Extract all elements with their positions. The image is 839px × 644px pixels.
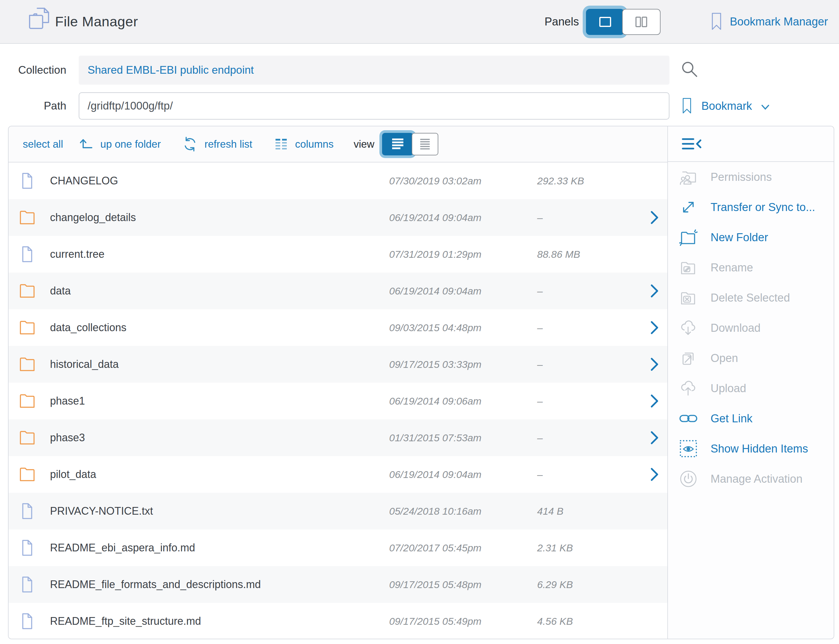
file-size: – xyxy=(537,359,641,370)
list-view-button[interactable] xyxy=(382,133,414,155)
table-row[interactable]: CHANGELOG 07/30/2019 03:02am 292.33 KB xyxy=(8,163,667,199)
list-view-icon xyxy=(389,137,406,151)
file-manager-logo-icon xyxy=(27,7,51,31)
sidebar-action-delete: Delete Selected xyxy=(668,283,834,313)
file-date-modified: 09/17/2015 03:33pm xyxy=(389,359,537,370)
file-icon xyxy=(19,577,39,593)
sidebar-action-label: Download xyxy=(711,322,760,334)
condensed-view-icon xyxy=(417,137,432,151)
single-panel-button[interactable] xyxy=(586,9,624,35)
list-toolbar: select all up one folder refresh list co… xyxy=(8,127,667,163)
file-name: pilot_data xyxy=(50,468,389,481)
chevron-right-icon[interactable] xyxy=(641,319,667,336)
panels-toggle xyxy=(586,9,660,35)
file-size: – xyxy=(537,432,641,444)
condensed-view-button[interactable] xyxy=(412,133,438,155)
table-row[interactable]: phase3 01/31/2015 07:53am – xyxy=(8,419,667,456)
table-row[interactable]: current.tree 07/31/2019 01:29pm 88.86 MB xyxy=(8,236,667,273)
upload-icon xyxy=(679,379,702,398)
download-icon xyxy=(679,319,702,337)
sidebar-action-new-folder[interactable]: New Folder xyxy=(668,222,834,253)
file-date-modified: 06/19/2014 09:04am xyxy=(389,285,537,297)
chevron-right-icon[interactable] xyxy=(641,209,667,226)
file-date-modified: 07/20/2017 05:45pm xyxy=(389,542,537,554)
sidebar-action-label: Upload xyxy=(711,382,746,395)
file-name: changelog_details xyxy=(50,211,389,224)
file-size: – xyxy=(537,285,641,297)
dual-panel-button[interactable] xyxy=(622,9,660,35)
chevron-right-icon[interactable] xyxy=(641,466,667,483)
actions-list: Permissions Transfer or Sync to... New F… xyxy=(668,162,834,494)
file-size: – xyxy=(537,212,641,223)
path-label: Path xyxy=(0,92,66,120)
table-row[interactable]: PRIVACY-NOTICE.txt 05/24/2018 10:16am 41… xyxy=(8,493,667,529)
sidebar-action-label: Get Link xyxy=(711,412,753,425)
file-icon xyxy=(19,503,39,519)
table-row[interactable]: historical_data 09/17/2015 03:33pm – xyxy=(8,346,667,383)
permissions-icon xyxy=(679,168,702,186)
chevron-down-icon xyxy=(761,104,770,110)
columns-icon xyxy=(274,136,289,152)
up-one-folder-button[interactable]: up one folder xyxy=(79,127,161,162)
table-row[interactable]: data_collections 09/03/2015 04:48pm – xyxy=(8,309,667,346)
file-date-modified: 07/31/2019 01:29pm xyxy=(389,249,537,260)
sidebar-action-upload: Upload xyxy=(668,373,834,403)
rename-icon xyxy=(679,258,702,277)
file-name: PRIVACY-NOTICE.txt xyxy=(50,505,389,518)
file-size: – xyxy=(537,322,641,334)
folder-icon xyxy=(19,393,39,409)
collapse-sidebar-icon[interactable] xyxy=(680,135,703,153)
file-date-modified: 07/30/2019 03:02am xyxy=(389,175,537,187)
file-name: README_file_formats_and_descriptions.md xyxy=(50,578,389,591)
table-row[interactable]: pilot_data 06/19/2014 09:04am – xyxy=(8,456,667,493)
chevron-right-icon[interactable] xyxy=(641,283,667,299)
single-pane-icon xyxy=(598,16,612,28)
collection-field[interactable]: Shared EMBL-EBI public endpoint xyxy=(79,56,670,85)
file-date-modified: 06/19/2014 09:04am xyxy=(389,212,537,223)
file-icon xyxy=(19,173,39,189)
chevron-right-icon[interactable] xyxy=(641,356,667,373)
table-row[interactable]: README_file_formats_and_descriptions.md … xyxy=(8,566,667,603)
table-row[interactable]: changelog_details 06/19/2014 09:04am – xyxy=(8,199,667,236)
sidebar-action-get-link[interactable]: Get Link xyxy=(668,403,834,434)
sidebar-action-open: Open xyxy=(668,343,834,373)
table-row[interactable]: phase1 06/19/2014 09:06am – xyxy=(8,383,667,419)
folder-icon xyxy=(19,430,39,446)
search-icon[interactable] xyxy=(680,60,699,79)
file-size: – xyxy=(537,469,641,480)
sidebar-action-label: Manage Activation xyxy=(711,473,803,485)
file-name: README_ebi_aspera_info.md xyxy=(50,542,389,554)
columns-button[interactable]: columns xyxy=(274,127,333,162)
sidebar-action-label: Transfer or Sync to... xyxy=(711,201,815,214)
file-icon xyxy=(19,613,39,629)
bookmark-ribbon-icon xyxy=(681,97,693,115)
app-header: File Manager Panels Bookmark Manager xyxy=(0,0,839,44)
bookmark-manager-link[interactable]: Bookmark Manager xyxy=(710,0,828,43)
get-link-icon xyxy=(679,409,702,428)
sidebar-action-transfer[interactable]: Transfer or Sync to... xyxy=(668,192,834,222)
table-row[interactable]: README_ebi_aspera_info.md 07/20/2017 05:… xyxy=(8,529,667,566)
file-name: historical_data xyxy=(50,358,389,371)
sidebar-action-manage-activation: Manage Activation xyxy=(668,464,834,494)
dual-pane-icon xyxy=(634,16,648,28)
chevron-right-icon[interactable] xyxy=(641,429,667,446)
refresh-list-button[interactable]: refresh list xyxy=(182,127,252,162)
collection-label: Collection xyxy=(0,56,66,85)
file-name: data_collections xyxy=(50,321,389,334)
table-row[interactable]: data 06/19/2014 09:04am – xyxy=(8,273,667,309)
bookmark-dropdown[interactable]: Bookmark xyxy=(681,94,770,118)
file-name: CHANGELOG xyxy=(50,175,389,187)
actions-sidebar: Permissions Transfer or Sync to... New F… xyxy=(667,127,834,639)
path-input[interactable] xyxy=(79,92,670,120)
sidebar-action-label: Permissions xyxy=(711,171,772,184)
sidebar-action-show-hidden[interactable]: Show Hidden Items xyxy=(668,434,834,464)
select-all-button[interactable]: select all xyxy=(23,127,63,162)
file-name: phase3 xyxy=(50,432,389,444)
chevron-right-icon[interactable] xyxy=(641,393,667,410)
delete-icon xyxy=(679,289,702,307)
sidebar-collapse-row xyxy=(668,127,834,162)
table-row[interactable]: README_ftp_site_structure.md 09/17/2015 … xyxy=(8,603,667,639)
file-icon xyxy=(19,540,39,556)
file-list-pane: select all up one folder refresh list co… xyxy=(8,127,667,639)
sidebar-action-label: New Folder xyxy=(711,231,768,244)
